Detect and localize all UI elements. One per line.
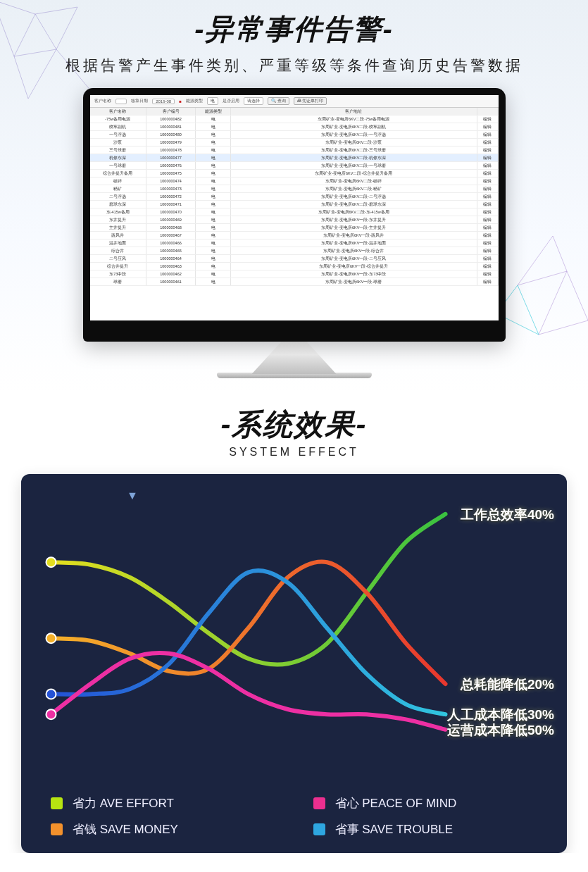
- cell-addr: 东周矿业-变电所6KV一段-球磨: [231, 278, 477, 286]
- cell-op[interactable]: 编辑: [477, 123, 498, 131]
- table-row[interactable]: 沙泵1000000479电东周矿业-变电所6KV二段-沙泵编辑: [90, 139, 499, 147]
- cell-op[interactable]: 编辑: [477, 201, 498, 208]
- col-code[interactable]: 客户编号: [146, 108, 196, 116]
- cell-op[interactable]: 编辑: [477, 255, 498, 263]
- cell-type: 电: [196, 263, 231, 270]
- cell-addr: 东周矿业-变电所6KV一段-西风井: [231, 232, 477, 239]
- toolbar-date-label: 核算日期: [131, 98, 148, 104]
- cell-type: 电: [196, 278, 231, 286]
- table-row[interactable]: 一号浮选1000000480电东周矿业-变电所6KV二段-一号浮选编辑: [90, 131, 499, 139]
- cell-op[interactable]: 编辑: [477, 193, 498, 201]
- table-row[interactable]: 东-415w备用1000000470电东周矿业-变电所6KV二段-东-415w备…: [90, 208, 499, 216]
- cell-code: 1000000464: [146, 255, 196, 263]
- table-row[interactable]: 综合井1000000465电东周矿业-变电所6KV一段-综合井编辑: [90, 247, 499, 255]
- cell-addr: 东周矿业-变电所6KV二段-磨球东深: [231, 201, 477, 208]
- cell-op[interactable]: 编辑: [477, 116, 498, 123]
- table-row[interactable]: 一号球磨1000000476电东周矿业-变电所6KV二段-一号球磨编辑: [90, 162, 499, 170]
- legend-label: 省力 AVE EFFORT: [73, 795, 174, 811]
- toolbar-use-select[interactable]: 请选择: [244, 97, 263, 105]
- cell-name: 磨球东深: [90, 201, 146, 208]
- cell-type: 电: [196, 193, 231, 201]
- cell-type: 电: [196, 116, 231, 123]
- cell-type: 电: [196, 139, 231, 147]
- table-row[interactable]: 精矿1000000473电东周矿业-变电所6KV二段-精矿编辑: [90, 185, 499, 193]
- cell-addr: 东周矿业-变电所6KV一段-二号压风: [231, 255, 477, 263]
- table-row[interactable]: 绞车副机1000000481电东周矿业-变电所6KV二段-绞车副机编辑: [90, 123, 499, 131]
- cell-type: 电: [196, 270, 231, 278]
- table-row[interactable]: -75w备用电源1000000482电东周矿业-变电所6KV二段-75w备用电源…: [90, 116, 499, 123]
- effect-section: -系统效果- SYSTEM EFFECT ▼ 工作总效率40%总耗能降低20%人…: [0, 391, 588, 853]
- cell-addr: 东周矿业-变电所6KV二段-绞车副机: [231, 123, 477, 131]
- table-row[interactable]: 东井提升1000000469电东周矿业-变电所6KV一段-东井提升编辑: [90, 216, 499, 224]
- cell-name: -75w备用电源: [90, 116, 146, 123]
- cell-code: 1000000472: [146, 193, 196, 201]
- cell-name: 东井提升: [90, 216, 146, 224]
- toolbar-name-input[interactable]: [115, 99, 127, 104]
- cell-op[interactable]: 编辑: [477, 263, 498, 270]
- toolbar-energy-select[interactable]: 电: [207, 97, 218, 105]
- cell-code: 1000000471: [146, 201, 196, 208]
- table-row[interactable]: 球磨1000000461电东周矿业-变电所6KV一段-球磨编辑: [90, 278, 499, 286]
- cell-name: 东73中段: [90, 270, 146, 278]
- table-row[interactable]: 温井地面1000000466电东周矿业-变电所6KV一段-温井地面编辑: [90, 239, 499, 247]
- cell-type: 电: [196, 170, 231, 177]
- cell-addr: 东周矿业-变电所6KV二段-东-415w备用: [231, 208, 477, 216]
- cell-name: 综合井提升: [90, 263, 146, 270]
- cell-op[interactable]: 编辑: [477, 139, 498, 147]
- print-button[interactable]: 🖶 凭证单打印: [294, 97, 327, 105]
- cell-op[interactable]: 编辑: [477, 232, 498, 239]
- legend-label: 省事 SAVE TROUBLE: [335, 821, 453, 837]
- cell-op[interactable]: 编辑: [477, 154, 498, 162]
- toolbar-date-input[interactable]: 2019-08: [152, 99, 175, 104]
- cell-op[interactable]: 编辑: [477, 147, 498, 154]
- cell-name: 三号球磨: [90, 147, 146, 154]
- cell-code: 1000000465: [146, 247, 196, 255]
- alarm-title: -异常事件告警-: [0, 0, 588, 49]
- legend-swatch: [313, 797, 325, 809]
- table-row[interactable]: 西风井1000000467电东周矿业-变电所6KV一段-西风井编辑: [90, 232, 499, 239]
- cell-op[interactable]: 编辑: [477, 278, 498, 286]
- table-row[interactable]: 主井提升1000000468电东周矿业-变电所6KV一段-主井提升编辑: [90, 224, 499, 232]
- cell-code: 1000000480: [146, 131, 196, 139]
- cell-op[interactable]: 编辑: [477, 208, 498, 216]
- monitor-mockup: 客户名称 核算日期 2019-08 ■ 能源类型 电 是否启用 请选择 🔍 查询…: [83, 88, 506, 378]
- cell-op[interactable]: 编辑: [477, 185, 498, 193]
- cell-addr: 东周矿业-变电所6KV一段-东73中段: [231, 270, 477, 278]
- cell-code: 1000000481: [146, 123, 196, 131]
- search-button[interactable]: 🔍 查询: [268, 97, 289, 105]
- col-type[interactable]: 能源类型: [196, 108, 231, 116]
- cell-op[interactable]: 编辑: [477, 131, 498, 139]
- cell-op[interactable]: 编辑: [477, 247, 498, 255]
- cell-addr: 东周矿业-变电所6KV二段-精矿: [231, 185, 477, 193]
- cell-op[interactable]: 编辑: [477, 270, 498, 278]
- table-row[interactable]: 综合井提升备用1000000475电东周矿业-变电所6KV二段-综合井提升备用编…: [90, 170, 499, 177]
- cell-op[interactable]: 编辑: [477, 224, 498, 232]
- cell-name: 精矿: [90, 185, 146, 193]
- col-name[interactable]: 客户名称: [90, 108, 146, 116]
- cell-code: 1000000461: [146, 278, 196, 286]
- cell-code: 1000000473: [146, 185, 196, 193]
- table-row[interactable]: 磨球东深1000000471电东周矿业-变电所6KV二段-磨球东深编辑: [90, 201, 499, 208]
- legend-label: 省钱 SAVE MONEY: [73, 821, 178, 837]
- table-row[interactable]: 破碎1000000474电东周矿业-变电所6KV二段-破碎编辑: [90, 177, 499, 185]
- table-row[interactable]: 东73中段1000000462电东周矿业-变电所6KV一段-东73中段编辑: [90, 270, 499, 278]
- cell-type: 电: [196, 224, 231, 232]
- curve-start-dot: [46, 633, 56, 643]
- table-row[interactable]: 三号球磨1000000478电东周矿业-变电所6KV二段-三号球磨编辑: [90, 147, 499, 154]
- table-row[interactable]: 二号压风1000000464电东周矿业-变电所6KV一段-二号压风编辑: [90, 255, 499, 263]
- cell-op[interactable]: 编辑: [477, 239, 498, 247]
- table-row[interactable]: 二号浮选1000000472电东周矿业-变电所6KV二段-二号浮选编辑: [90, 193, 499, 201]
- cell-op[interactable]: 编辑: [477, 170, 498, 177]
- cell-op[interactable]: 编辑: [477, 177, 498, 185]
- table-row[interactable]: 机修东深1000000477电东周矿业-变电所6KV二段-机修东深编辑: [90, 154, 499, 162]
- cell-op[interactable]: 编辑: [477, 216, 498, 224]
- cell-name: 绞车副机: [90, 123, 146, 131]
- monitor-bezel: 客户名称 核算日期 2019-08 ■ 能源类型 电 是否启用 请选择 🔍 查询…: [83, 88, 506, 342]
- effect-title: -系统效果-: [0, 405, 588, 444]
- cell-op[interactable]: 编辑: [477, 162, 498, 170]
- cell-code: 1000000474: [146, 177, 196, 185]
- col-addr[interactable]: 客户地址: [231, 108, 477, 116]
- table-row[interactable]: 综合井提升1000000463电东周矿业-变电所6KV一段-综合井提升编辑: [90, 263, 499, 270]
- cell-code: 1000000463: [146, 263, 196, 270]
- cell-name: 机修东深: [90, 154, 146, 162]
